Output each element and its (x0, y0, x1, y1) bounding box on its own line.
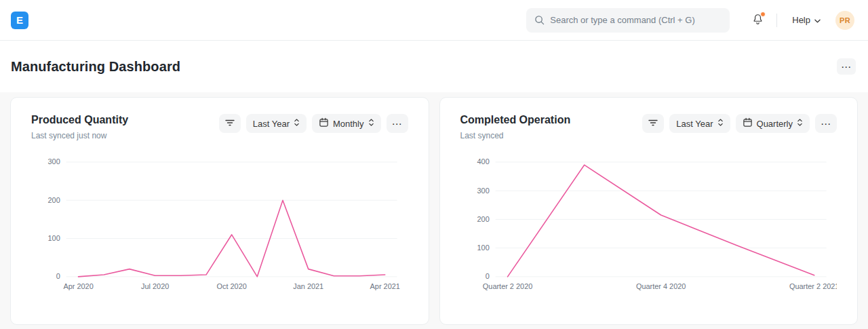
logo-letter: E (16, 14, 23, 26)
svg-text:300: 300 (477, 187, 489, 195)
user-avatar[interactable]: PR (835, 11, 854, 30)
filter-button[interactable] (219, 114, 241, 133)
card-title-block: Produced Quantity Last synced just now (31, 114, 128, 140)
svg-text:Jul 2020: Jul 2020 (141, 282, 169, 290)
card-menu-button[interactable]: ⋯ (387, 114, 408, 133)
search-input[interactable] (550, 15, 722, 25)
filter-icon (224, 117, 235, 130)
svg-text:Jan 2021: Jan 2021 (293, 282, 323, 290)
timespan-value: Last Year (253, 119, 290, 129)
svg-text:Apr 2021: Apr 2021 (370, 282, 400, 290)
produced-quantity-chart: 0100200300Apr 2020Jul 2020Oct 2020Jan 20… (31, 154, 408, 304)
svg-text:Oct 2020: Oct 2020 (216, 282, 246, 290)
search-icon (534, 15, 545, 25)
page-header: Manufacturing Dashboard ⋯ (0, 41, 868, 92)
ellipsis-icon: ⋯ (821, 119, 831, 129)
page-menu-button[interactable]: ⋯ (837, 58, 856, 75)
svg-text:Quarter 4 2020: Quarter 4 2020 (635, 282, 685, 290)
interval-value: Monthly (333, 119, 364, 129)
card-header: Produced Quantity Last synced just now L… (31, 114, 408, 140)
card-controls: Last Year Quarterly ⋯ (642, 114, 837, 133)
svg-text:100: 100 (477, 244, 489, 252)
completed-operation-chart: 0100200300400Quarter 2 2020Quarter 4 202… (460, 154, 837, 304)
svg-text:0: 0 (485, 272, 489, 280)
interval-select[interactable]: Monthly (312, 114, 381, 133)
help-menu-button[interactable]: Help (787, 11, 826, 29)
svg-text:300: 300 (47, 157, 60, 166)
card-header: Completed Operation Last synced Last Yea… (460, 114, 837, 140)
chart-card-completed-operation: Completed Operation Last synced Last Yea… (439, 97, 859, 325)
chevron-updown-icon (368, 118, 374, 129)
timespan-select[interactable]: Last Year (246, 114, 307, 133)
card-title: Completed Operation (460, 114, 571, 126)
card-subtitle: Last synced (460, 131, 571, 140)
chevron-updown-icon (797, 118, 803, 129)
ellipsis-icon: ⋯ (392, 119, 403, 129)
chevron-updown-icon (294, 118, 300, 129)
card-title-block: Completed Operation Last synced (460, 114, 571, 140)
svg-text:400: 400 (477, 157, 489, 166)
timespan-select[interactable]: Last Year (669, 114, 730, 133)
navbar-left: E (11, 12, 28, 29)
svg-text:Apr 2020: Apr 2020 (63, 282, 93, 290)
interval-value: Quarterly (757, 119, 793, 129)
dashboard-grid: Produced Quantity Last synced just now L… (0, 92, 868, 329)
calendar-icon (319, 117, 329, 130)
svg-text:Quarter 2 2021: Quarter 2 2021 (789, 282, 837, 290)
chart-card-produced-quantity: Produced Quantity Last synced just now L… (10, 97, 429, 325)
filter-button[interactable] (642, 114, 664, 133)
interval-select[interactable]: Quarterly (736, 114, 810, 133)
ellipsis-icon: ⋯ (841, 62, 852, 72)
calendar-icon (743, 117, 753, 130)
notifications-button[interactable] (749, 10, 767, 31)
svg-text:200: 200 (477, 215, 489, 223)
card-menu-button[interactable]: ⋯ (815, 114, 837, 133)
navbar: E Help PR (0, 0, 868, 41)
help-label: Help (792, 15, 810, 25)
page-title: Manufacturing Dashboard (11, 59, 180, 75)
svg-text:200: 200 (47, 196, 60, 204)
card-title: Produced Quantity (31, 114, 128, 126)
navbar-divider (776, 14, 777, 27)
chevron-down-icon (814, 15, 821, 25)
global-search[interactable] (526, 8, 730, 33)
chevron-updown-icon (717, 118, 724, 129)
app-logo[interactable]: E (11, 12, 28, 29)
card-subtitle: Last synced just now (31, 131, 128, 140)
avatar-initials: PR (840, 16, 850, 24)
svg-text:100: 100 (47, 234, 60, 242)
notification-dot (760, 12, 766, 17)
svg-text:Quarter 2 2020: Quarter 2 2020 (482, 282, 532, 290)
svg-text:0: 0 (56, 272, 60, 280)
timespan-value: Last Year (676, 119, 713, 129)
filter-icon (648, 117, 658, 130)
card-controls: Last Year Monthly ⋯ (219, 114, 408, 133)
navbar-right: Help PR (526, 8, 854, 33)
